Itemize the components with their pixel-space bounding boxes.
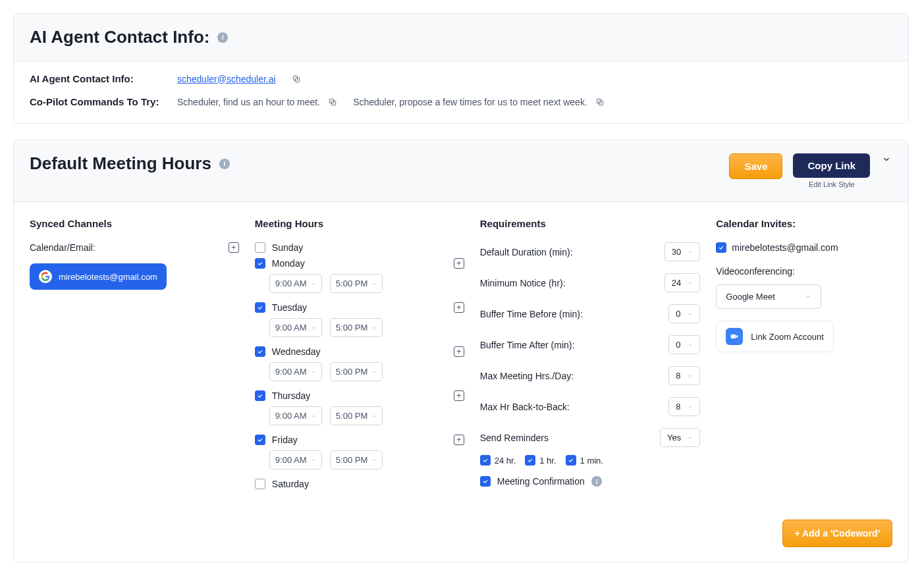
add-time-slot-monday[interactable]: + <box>454 258 464 269</box>
add-time-slot-thursday[interactable]: + <box>454 390 464 401</box>
day-label-thursday: Thursday <box>272 390 447 401</box>
start-time-select-thursday[interactable]: 9:00 AM <box>269 406 322 425</box>
start-time-select-tuesday[interactable]: 9:00 AM <box>269 318 322 337</box>
link-zoom-button[interactable]: Link Zoom Account <box>716 321 834 352</box>
synced-account-email: mirebelotests@gmail.com <box>59 272 157 282</box>
day-times-monday: 9:00 AM5:00 PM <box>269 274 464 293</box>
meeting-hours-col-heading: Meeting Hours <box>255 218 464 229</box>
add-channel-button[interactable]: + <box>229 242 239 253</box>
meeting-confirmation-checkbox[interactable] <box>480 476 491 487</box>
max-per-day-select[interactable]: 8 <box>668 366 700 385</box>
command-example-2: Scheduler, propose a few times for us to… <box>353 97 605 107</box>
reminder-1hr-checkbox[interactable] <box>525 455 535 466</box>
day-checkbox-friday[interactable] <box>255 435 265 445</box>
synced-channels-heading: Synced Channels <box>30 218 239 229</box>
meeting-confirmation-label: Meeting Confirmation <box>497 476 585 487</box>
requirements-column: Requirements Default Duration (min): 30 … <box>480 218 701 494</box>
copy-icon[interactable] <box>328 97 337 107</box>
day-checkbox-wednesday[interactable] <box>255 346 265 357</box>
calendar-account-email: mirebelotests@gmail.com <box>732 242 838 253</box>
send-reminders-label: Send Reminders <box>480 433 549 443</box>
scheduler-email-link[interactable]: scheduler@scheduler.ai <box>177 74 276 84</box>
max-back-to-back-label: Max Hr Back-to-Back: <box>480 402 570 412</box>
reminder-1min-checkbox[interactable] <box>566 455 576 466</box>
day-label-tuesday: Tuesday <box>272 302 447 313</box>
day-times-thursday: 9:00 AM5:00 PM <box>269 406 464 425</box>
day-label-wednesday: Wednesday <box>272 346 447 357</box>
day-checkbox-monday[interactable] <box>255 258 265 269</box>
info-icon[interactable]: i <box>591 476 602 487</box>
buffer-after-label: Buffer Time After (min): <box>480 340 575 350</box>
calendar-email-label: Calendar/Email: <box>30 242 95 253</box>
day-times-friday: 9:00 AM5:00 PM <box>269 450 464 469</box>
meeting-hours-card: Default Meeting Hours i Save Copy Link E… <box>13 140 909 562</box>
min-notice-label: Minimum Notice (hr): <box>480 278 566 288</box>
meeting-hours-column: Meeting Hours SundayMonday+9:00 AM5:00 P… <box>255 218 464 494</box>
contact-info-title-text: AI Agent Contact Info: <box>30 27 209 47</box>
min-notice-select[interactable]: 24 <box>664 273 700 292</box>
reminder-1hr-label: 1 hr. <box>539 456 556 466</box>
end-time-select-tuesday[interactable]: 5:00 PM <box>330 318 383 337</box>
command-2-text: Scheduler, propose a few times for us to… <box>353 97 587 107</box>
day-row-thursday: Thursday+ <box>255 390 464 401</box>
default-duration-label: Default Duration (min): <box>480 247 573 257</box>
info-icon[interactable]: i <box>219 159 230 169</box>
end-time-select-monday[interactable]: 5:00 PM <box>330 274 383 293</box>
command-1-text: Scheduler, find us an hour to meet. <box>177 97 320 107</box>
meeting-hours-header: Default Meeting Hours i Save Copy Link E… <box>14 140 908 202</box>
collapse-icon[interactable] <box>881 153 892 165</box>
google-icon <box>39 270 52 283</box>
commands-label: Co-Pilot Commands To Try: <box>30 96 161 107</box>
end-time-select-wednesday[interactable]: 5:00 PM <box>330 362 383 381</box>
info-icon[interactable]: i <box>217 32 228 43</box>
buffer-before-select[interactable]: 0 <box>668 304 700 323</box>
day-checkbox-sunday[interactable] <box>255 242 265 253</box>
command-example-1: Scheduler, find us an hour to meet. <box>177 97 337 107</box>
day-label-saturday: Saturday <box>272 479 464 489</box>
default-duration-select[interactable]: 30 <box>664 242 700 261</box>
video-provider-select[interactable]: Google Meet <box>716 284 821 309</box>
buffer-after-select[interactable]: 0 <box>668 335 700 354</box>
add-codeword-button[interactable]: + Add a 'Codeword' <box>782 520 892 547</box>
day-checkbox-tuesday[interactable] <box>255 302 265 313</box>
meeting-hours-body: Synced Channels Calendar/Email: + mirebe… <box>14 202 908 510</box>
start-time-select-monday[interactable]: 9:00 AM <box>269 274 322 293</box>
copy-link-button[interactable]: Copy Link <box>793 153 870 178</box>
end-time-select-thursday[interactable]: 5:00 PM <box>330 406 383 425</box>
day-checkbox-saturday[interactable] <box>255 479 265 489</box>
meeting-hours-title-text: Default Meeting Hours <box>30 153 211 174</box>
day-row-saturday: Saturday <box>255 479 464 489</box>
start-time-select-wednesday[interactable]: 9:00 AM <box>269 362 322 381</box>
video-provider-value: Google Meet <box>726 292 774 302</box>
calendar-account-checkbox[interactable] <box>716 242 726 253</box>
start-time-select-friday[interactable]: 9:00 AM <box>269 450 322 469</box>
add-time-slot-tuesday[interactable]: + <box>454 302 464 313</box>
day-row-wednesday: Wednesday+ <box>255 346 464 357</box>
end-time-select-friday[interactable]: 5:00 PM <box>330 450 383 469</box>
copy-icon[interactable] <box>595 97 605 107</box>
edit-link-style[interactable]: Edit Link Style <box>809 180 855 188</box>
day-label-sunday: Sunday <box>272 242 464 253</box>
save-button[interactable]: Save <box>729 153 782 179</box>
add-time-slot-wednesday[interactable]: + <box>454 346 464 357</box>
day-row-sunday: Sunday <box>255 242 464 253</box>
contact-info-body: AI Agent Contact Info: scheduler@schedul… <box>14 61 908 123</box>
contact-info-card: AI Agent Contact Info: i AI Agent Contac… <box>13 13 909 124</box>
add-time-slot-friday[interactable]: + <box>454 435 464 445</box>
synced-account-pill[interactable]: mirebelotests@gmail.com <box>30 263 167 290</box>
zoom-icon <box>726 328 743 345</box>
max-back-to-back-select[interactable]: 8 <box>668 397 700 416</box>
reminder-24hr-label: 24 hr. <box>495 456 516 466</box>
day-checkbox-thursday[interactable] <box>255 390 265 401</box>
day-row-monday: Monday+ <box>255 258 464 269</box>
copy-icon[interactable] <box>292 74 301 84</box>
reminder-24hr-checkbox[interactable] <box>480 455 491 466</box>
requirements-heading: Requirements <box>480 218 701 229</box>
day-row-tuesday: Tuesday+ <box>255 302 464 313</box>
day-row-friday: Friday+ <box>255 435 464 445</box>
max-per-day-label: Max Meeting Hrs./Day: <box>480 371 574 381</box>
calendar-invites-heading: Calendar Invites: <box>716 218 892 229</box>
buffer-before-label: Buffer Time Before (min): <box>480 309 583 319</box>
link-zoom-label: Link Zoom Account <box>751 332 824 342</box>
send-reminders-select[interactable]: Yes <box>660 428 700 447</box>
